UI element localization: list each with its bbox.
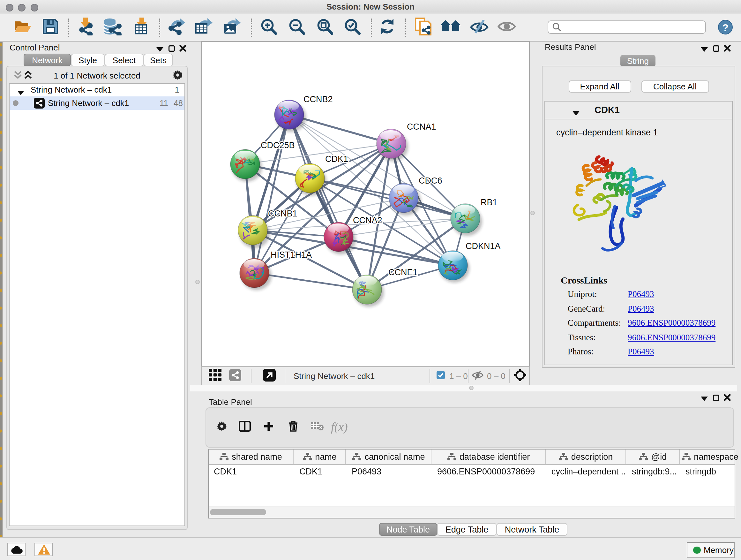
svg-text:CCNA2: CCNA2 [353, 215, 382, 225]
svg-text:CDC25B: CDC25B [261, 140, 295, 150]
svg-text:CDKN1A: CDKN1A [466, 241, 501, 251]
svg-text:CDC6: CDC6 [419, 176, 442, 186]
svg-text:CDK1: CDK1 [325, 154, 348, 164]
svg-text:CCNE1: CCNE1 [388, 267, 418, 277]
svg-text:CCNA1: CCNA1 [407, 122, 436, 132]
svg-text:HIST1H1A: HIST1H1A [271, 250, 312, 260]
svg-text:CCNB1: CCNB1 [268, 209, 297, 219]
svg-text:CCNB2: CCNB2 [304, 95, 333, 104]
svg-text:RB1: RB1 [481, 198, 497, 207]
